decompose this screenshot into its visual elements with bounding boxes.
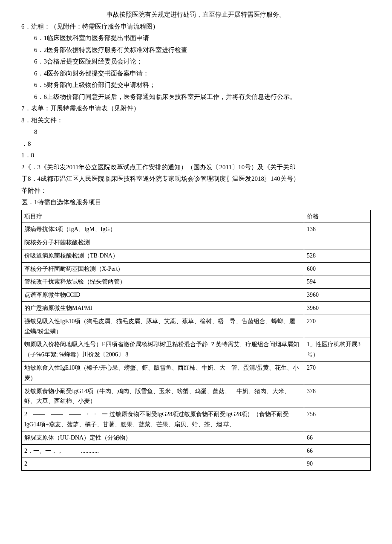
sec6-item-4: 6．4医务部向财务部提交书面备案申请； xyxy=(21,68,371,79)
sec8-title: 8．相关文件： xyxy=(21,115,371,126)
loose-line-1: ．8 xyxy=(21,139,371,150)
cell-price: 1」性医疗机构开展3号） xyxy=(304,338,371,362)
table-row: 院核务分子杆菌核酸检测 xyxy=(22,236,371,249)
cell-price: 3960 xyxy=(304,302,371,315)
loose-line-4: 于8．4成都市温江区人民医院临床医技科室邀外院专家现场会诊管理制度〖温医发201… xyxy=(21,174,371,185)
loose-line-2: 1．8 xyxy=(21,150,371,161)
table-row: 革核分子杆菌耐药基因检测（X-Pert）600 xyxy=(22,262,371,275)
loose-line-3: 2《．3《关印发2011年公立医院改革试点工作安排的通知）（国办发〔2011〕1… xyxy=(21,162,371,173)
cell-item-name: 革核分子杆菌耐药基因检测（X-Pert） xyxy=(22,262,304,275)
price-table: 项目疗 价格 脲病毒抗体3项（IgA、IgM、IgG）138院核务分子杆菌核酸检… xyxy=(21,210,371,471)
cell-price: 3960 xyxy=(304,289,371,302)
sec6-item-6: 6．6上级物价部门同意开展后，医务部通知临床医技科室开展工作，并将有关信息进行公… xyxy=(21,92,371,103)
sec7-title: 7．表单：开展特需服务申请表（见附件） xyxy=(21,103,371,114)
table-row: 2，一、一，， ............66 xyxy=(22,444,371,457)
cell-item-name: 的广意病原微生物MAPMI xyxy=(22,302,304,315)
cell-item-name: 2 —— —— —— · · 一 过敏原食物不耐受IgG28项过敏原食物不耐受I… xyxy=(22,408,304,431)
table-row: 强敏见吸入性IgE10项（狗毛皮屑、猫毛皮屑、豚草、艾蒿、蕉草、榆树、梧 导、售… xyxy=(22,315,371,338)
cell-item-name: 院核务分子杆菌核酸检测 xyxy=(22,236,304,249)
table-row: 解脲支原体（UU-DNA）定性（分泌物）66 xyxy=(22,431,371,444)
cell-item-name: 点谱革原微生物CCID xyxy=(22,289,304,302)
sec6-item-1: 6．1临床医技科室向医务部提出书面申请 xyxy=(21,33,371,44)
cell-price: 66 xyxy=(304,444,371,457)
cell-price: 378 xyxy=(304,385,371,408)
cell-item-name: 价吸道病原菌核酸检测（TB-DNA） xyxy=(22,249,304,262)
header-name: 项目疗 xyxy=(22,210,304,223)
cell-item-name: 解脲支原体（UU-DNA）定性（分泌物） xyxy=(22,431,304,444)
table-row: 发敏原食物小耐受IgG14项（牛肉、鸡肉、版雪鱼、玉米、螃蟹、鸡蛋、蘑菇、 牛奶… xyxy=(22,385,371,408)
loose-line-5: 革附件： xyxy=(21,185,371,197)
table-row: 的广意病原微生物MAPMI3960 xyxy=(22,302,371,315)
sec6-title: 6．流程：（见附件：特需医疗服务申请流程图） xyxy=(21,21,371,32)
table-header-row: 项目疗 价格 xyxy=(22,210,371,223)
table-row: 2 —— —— —— · · 一 过敏原食物不耐受IgG28项过敏原食物不耐受I… xyxy=(22,408,371,431)
cell-price: 528 xyxy=(304,249,371,262)
cell-item-name: 蜘原吸入价格闵地吸入性号）E四项省澈价局杨树聊树'卫粘粉混合予静 ？英特需艾、疗… xyxy=(22,338,304,362)
table-row: 290 xyxy=(22,457,371,471)
cell-item-name: 脲病毒抗体3项（IgA、IgM、IgG） xyxy=(22,223,304,236)
cell-item-name: 强敏见吸入性IgE10项（狗毛皮屑、猫毛皮屑、豚草、艾蒿、蕉草、榆树、梧 导、售… xyxy=(22,315,304,338)
cell-item-name: 2 xyxy=(22,457,304,471)
table-row: 管核改干扰素释放试验（绿头管两管）594 xyxy=(22,275,371,289)
cell-price: 594 xyxy=(304,275,371,289)
sec6-item-3: 6．3合格后提交医院财经委员会讨论； xyxy=(21,56,371,67)
table-row: 点谱革原微生物CCID3960 xyxy=(22,289,371,302)
cell-item-name: 地敏原食入性IgE10项（榛子/开心果、螃蟹、虾、版雪鱼、西红柿、牛奶、大 管、… xyxy=(22,362,304,385)
penalty-line: 事故按照医院有关规定进行处罚，直至停止开展特需医疗服务。 xyxy=(21,9,371,20)
loose-line-0: 8 xyxy=(21,127,371,138)
sec6-item-2: 6．2医务部依据特需医疗服务有关标准对科室进行检查 xyxy=(21,45,371,56)
table-row: 蜘原吸入价格闵地吸入性号）E四项省澈价局杨树聊树'卫粘粉混合予静 ？英特需艾、疗… xyxy=(22,338,371,362)
cell-item-name: 管核改干扰素释放试验（绿头管两管） xyxy=(22,275,304,289)
cell-item-name: 2，一、一，， ............ xyxy=(22,444,304,457)
cell-price: 90 xyxy=(304,457,371,471)
cell-price: 270 xyxy=(304,315,371,338)
table-row: 脲病毒抗体3项（IgA、IgM、IgG）138 xyxy=(22,223,371,236)
cell-price: 66 xyxy=(304,431,371,444)
sec6-item-5: 6．5财务部向上级物价部门提交申请材料； xyxy=(21,80,371,91)
table-row: 价吸道病原菌核酸检测（TB-DNA）528 xyxy=(22,249,371,262)
cell-price: 600 xyxy=(304,262,371,275)
cell-price xyxy=(304,236,371,249)
cell-price: 756 xyxy=(304,408,371,431)
cell-price: 270 xyxy=(304,362,371,385)
cell-price: 138 xyxy=(304,223,371,236)
table-row: 地敏原食入性IgE10项（榛子/开心果、螃蟹、虾、版雪鱼、西红柿、牛奶、大 管、… xyxy=(22,362,371,385)
cell-item-name: 发敏原食物小耐受IgG14项（牛肉、鸡肉、版雪鱼、玉米、螃蟹、鸡蛋、蘑菇、 牛奶… xyxy=(22,385,304,408)
loose-line-6: 医．1特需自选体检服务项目 xyxy=(21,197,371,208)
header-price: 价格 xyxy=(304,210,371,223)
